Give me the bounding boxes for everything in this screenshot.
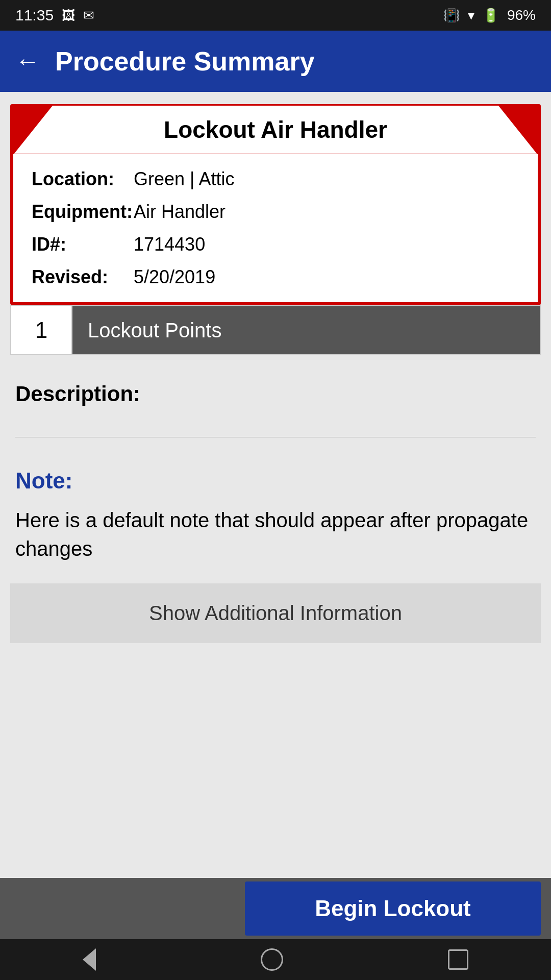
description-divider xyxy=(15,437,536,437)
lockout-points-bar: 1 Lockout Points xyxy=(10,305,541,355)
revised-label: Revised: xyxy=(32,266,134,288)
note-section: Note: Here is a default note that should… xyxy=(10,453,541,578)
main-content: Lockout Air Handler Location: Green | At… xyxy=(0,92,551,878)
revised-value: 5/20/2019 xyxy=(134,266,215,288)
note-title: Note: xyxy=(15,468,536,494)
location-label: Location: xyxy=(32,168,134,190)
mail-icon: ✉ xyxy=(83,8,94,23)
lockout-count: 1 xyxy=(11,306,72,354)
note-text: Here is a default note that should appea… xyxy=(15,506,536,563)
lockout-label: Lockout Points xyxy=(72,306,540,354)
nav-home-button[interactable] xyxy=(261,948,283,971)
id-value: 1714430 xyxy=(134,234,205,255)
back-button[interactable]: ← xyxy=(15,49,40,74)
page-title: Procedure Summary xyxy=(55,46,315,77)
revised-row: Revised: 5/20/2019 xyxy=(32,266,519,288)
id-label: ID#: xyxy=(32,234,134,255)
tag-title: Lockout Air Handler xyxy=(164,116,387,143)
location-value: Green | Attic xyxy=(134,168,234,190)
wifi-icon: ▾ xyxy=(468,8,474,23)
tag-details: Location: Green | Attic Equipment: Air H… xyxy=(12,154,539,304)
description-title: Description: xyxy=(15,382,536,406)
description-section: Description: xyxy=(10,372,541,453)
home-circle-icon xyxy=(261,948,283,971)
battery-percent: 96% xyxy=(507,7,536,23)
status-time: 11:35 xyxy=(15,7,54,24)
show-additional-button[interactable]: Show Additional Information xyxy=(10,583,541,643)
recents-square-icon xyxy=(448,949,468,970)
equipment-row: Equipment: Air Handler xyxy=(32,201,519,223)
tag-header: Lockout Air Handler xyxy=(12,106,539,154)
nav-recents-button[interactable] xyxy=(448,949,468,970)
tag-container: Lockout Air Handler Location: Green | At… xyxy=(10,104,541,305)
nav-back-button[interactable] xyxy=(83,948,96,971)
equipment-label: Equipment: xyxy=(32,201,134,223)
vibrate-icon: 📳 xyxy=(443,8,460,23)
begin-lockout-button[interactable]: Begin Lockout xyxy=(245,881,541,936)
app-bar: ← Procedure Summary xyxy=(0,31,551,92)
location-row: Location: Green | Attic xyxy=(32,168,519,190)
status-bar: 11:35 🖼 ✉ 📳 ▾ 🔋 96% xyxy=(0,0,551,31)
nav-bar xyxy=(0,939,551,980)
back-triangle-icon xyxy=(83,948,96,971)
bottom-bar: Begin Lockout xyxy=(0,878,551,939)
equipment-value: Air Handler xyxy=(134,201,226,223)
id-row: ID#: 1714430 xyxy=(32,234,519,255)
battery-icon: 🔋 xyxy=(483,8,499,23)
image-icon: 🖼 xyxy=(62,8,75,23)
